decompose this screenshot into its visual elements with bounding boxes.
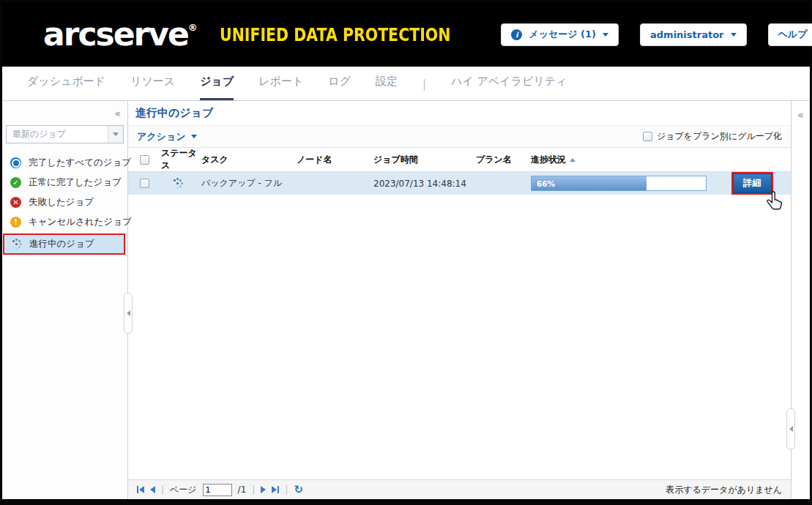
sidebar-item-failed-jobs[interactable]: ✕ 失敗したジョブ	[2, 192, 127, 212]
logo-subtitle: UNIFIED DATA PROTECTION	[220, 24, 450, 45]
chevron-down-icon	[731, 33, 737, 37]
dropdown-arrow-button[interactable]	[108, 126, 123, 143]
nav-divider: |	[422, 78, 426, 100]
sidebar-item-successful-jobs[interactable]: ✓ 正常に完了したジョブ	[2, 173, 127, 192]
help-button[interactable]: ヘルプ	[768, 23, 812, 46]
collapse-left-icon	[127, 310, 130, 316]
messages-button-label: メッセージ (1)	[529, 28, 596, 41]
sidebar-item-label: 完了したすべてのジョブ	[29, 157, 131, 169]
progress-percent-label: 66%	[537, 179, 555, 188]
row-job-time-cell: 2023/07/13 14:48:14	[373, 179, 476, 189]
column-header-task[interactable]: タスク	[201, 154, 297, 166]
tab-log[interactable]: ログ	[328, 75, 351, 100]
last-page-button[interactable]	[272, 486, 279, 493]
spinner-icon	[171, 178, 183, 190]
sidebar-item-label: キャンセルされたジョブ	[29, 216, 132, 228]
first-page-button[interactable]	[137, 486, 144, 493]
info-icon: i	[511, 29, 522, 40]
cursor-icon	[766, 190, 783, 211]
pagination-divider: |	[252, 485, 255, 495]
sidebar-item-jobs-in-progress[interactable]: 進行中のジョブ	[3, 233, 125, 255]
select-all-cell	[128, 155, 161, 165]
tab-resources[interactable]: リソース	[130, 75, 175, 100]
success-icon: ✓	[10, 177, 21, 188]
table-row[interactable]: バックアップ - フル 2023/07/13 14:48:14 66% 詳細	[128, 172, 791, 195]
tab-dashboard[interactable]: ダッシュボード	[27, 75, 105, 100]
collapse-left-icon	[789, 426, 793, 432]
user-menu-button[interactable]: administrator	[640, 23, 746, 46]
refresh-icon[interactable]: ↻	[294, 485, 303, 495]
tab-reports[interactable]: レポート	[258, 75, 303, 100]
sidebar-splitter-handle[interactable]	[124, 293, 133, 334]
user-menu-label: administrator	[650, 29, 723, 40]
page-number-input[interactable]	[203, 484, 232, 496]
jobs-sidebar: « 最新のジョブ 完了したすべてのジョブ ✓ 正常に完了したジョブ ✕ 失敗した…	[2, 101, 128, 499]
brand-logo: arcserve® UNIFIED DATA PROTECTION	[43, 18, 501, 50]
tab-high-availability[interactable]: ハイ アベイラビリティ	[451, 75, 567, 100]
messages-button[interactable]: i メッセージ (1)	[501, 23, 619, 46]
row-progress-cell: 66% 詳細	[531, 172, 791, 195]
tab-jobs[interactable]: ジョブ	[200, 75, 234, 100]
job-filter-value: 最新のジョブ	[7, 128, 108, 141]
next-page-button[interactable]	[261, 486, 266, 493]
right-collapsed-panel: «	[791, 101, 810, 499]
group-by-plan-control[interactable]: ジョブをプラン別にグループ化	[643, 130, 782, 143]
table-header-row: ステータス タスク ノード名 ジョブ時間 プラン名 進捗状況	[128, 148, 791, 172]
registered-mark: ®	[188, 22, 198, 33]
sidebar-item-all-completed-jobs[interactable]: 完了したすべてのジョブ	[2, 153, 127, 173]
details-annotation-box: 詳細	[731, 172, 773, 195]
row-status-cell	[161, 178, 201, 190]
tab-settings[interactable]: 設定	[376, 75, 398, 100]
sidebar-item-label: 進行中のジョブ	[29, 238, 94, 250]
sidebar-top-bar: «	[2, 101, 127, 125]
row-checkbox[interactable]	[140, 179, 149, 188]
table-empty-area	[128, 195, 791, 479]
jobs-main-panel: 進行中のジョブ アクション ジョブをプラン別にグループ化 ステータス タスク ノ…	[128, 101, 791, 499]
collapse-right-panel-icon[interactable]: «	[797, 110, 804, 499]
action-bar: アクション ジョブをプラン別にグループ化	[128, 125, 791, 148]
actions-label: アクション	[137, 130, 186, 143]
app-window: arcserve® UNIFIED DATA PROTECTION i メッセー…	[0, 0, 812, 505]
main-nav: ダッシュボード リソース ジョブ レポート ログ 設定 | ハイ アベイラビリテ…	[2, 67, 810, 101]
sidebar-item-label: 正常に完了したジョブ	[29, 176, 122, 189]
chevron-down-icon	[191, 135, 197, 138]
sort-ascending-icon	[570, 158, 576, 162]
job-filter-list: 完了したすべてのジョブ ✓ 正常に完了したジョブ ✕ 失敗したジョブ ! キャン…	[2, 153, 127, 255]
no-data-message: 表示するデータがありません	[666, 484, 782, 496]
pagination-bar: | ページ /1 | | ↻ 表示するデータがありません	[128, 479, 791, 499]
page-label: ページ	[170, 484, 197, 496]
sidebar-item-canceled-jobs[interactable]: ! キャンセルされたジョブ	[2, 212, 127, 232]
pagination-divider: |	[161, 485, 164, 495]
page-total-label: /1	[238, 485, 247, 495]
canceled-icon: !	[10, 217, 21, 228]
chevron-down-icon	[603, 33, 608, 37]
column-header-job-time[interactable]: ジョブ時間	[373, 154, 476, 166]
app-header: arcserve® UNIFIED DATA PROTECTION i メッセー…	[2, 2, 810, 67]
job-filter-dropdown[interactable]: 最新のジョブ	[6, 125, 124, 143]
pagination-divider: |	[285, 485, 288, 495]
previous-page-button[interactable]	[150, 486, 155, 493]
column-header-plan-name[interactable]: プラン名	[476, 154, 531, 166]
actions-menu-button[interactable]: アクション	[137, 130, 197, 143]
row-select-cell	[128, 179, 161, 188]
page-title: 進行中のジョブ	[128, 101, 791, 125]
chevron-down-icon	[113, 132, 119, 136]
arcserve-wordmark: arcserve®	[43, 18, 198, 50]
row-task-cell: バックアップ - フル	[201, 177, 297, 190]
column-header-node-name[interactable]: ノード名	[297, 154, 373, 166]
content-area: « 最新のジョブ 完了したすべてのジョブ ✓ 正常に完了したジョブ ✕ 失敗した…	[2, 101, 810, 499]
group-by-plan-label: ジョブをプラン別にグループ化	[657, 130, 782, 143]
help-button-label: ヘルプ	[778, 28, 808, 41]
failed-icon: ✕	[10, 197, 21, 208]
column-header-progress[interactable]: 進捗状況	[531, 154, 791, 166]
select-all-checkbox[interactable]	[140, 155, 149, 165]
column-header-status[interactable]: ステータス	[161, 147, 201, 172]
group-by-plan-checkbox[interactable]	[643, 132, 652, 141]
right-splitter-handle[interactable]	[786, 408, 795, 449]
progress-bar: 66%	[531, 176, 707, 191]
all-jobs-icon	[10, 157, 21, 168]
in-progress-icon	[10, 239, 22, 250]
collapse-sidebar-icon[interactable]: «	[114, 108, 121, 119]
logo-text: arcserve	[43, 15, 188, 53]
column-header-progress-label: 進捗状況	[531, 154, 566, 166]
